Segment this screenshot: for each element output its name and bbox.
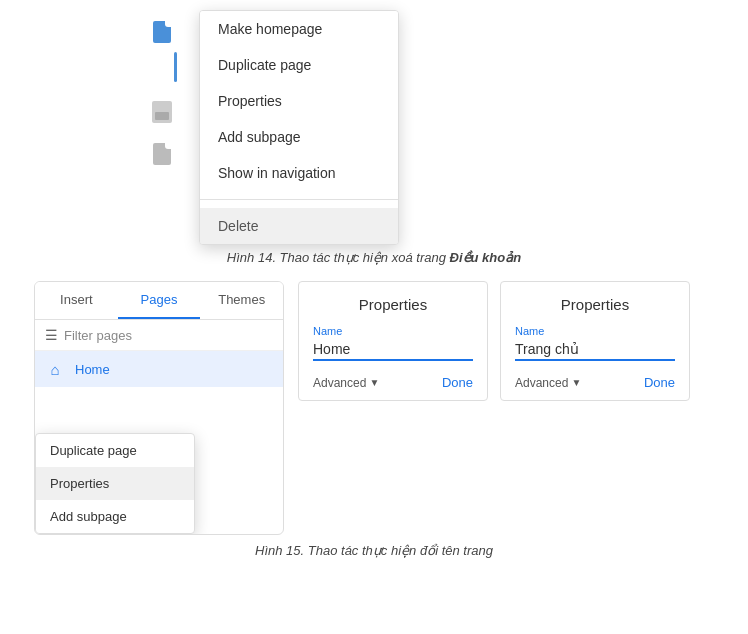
- chevron-down-icon-2: ▼: [571, 377, 581, 388]
- blue-line: [174, 52, 177, 82]
- props1-name-label: Name: [313, 325, 473, 337]
- figure2-caption: Hình 15. Thao tác thực hiện đổi tên tran…: [255, 543, 493, 558]
- sidebar-panel: Insert Pages Themes ☰ Filter pages ⌂ Hom…: [34, 281, 284, 535]
- tab-themes[interactable]: Themes: [200, 282, 283, 319]
- props1-advanced-label: Advanced: [313, 376, 366, 390]
- menu-item-add-subpage[interactable]: Add subpage: [200, 119, 398, 155]
- context-area: Make homepage Duplicate page Properties …: [144, 10, 604, 240]
- props1-done-button[interactable]: Done: [442, 375, 473, 390]
- props2-advanced-button[interactable]: Advanced ▼: [515, 376, 581, 390]
- properties-panel-2: Properties Name Advanced ▼ Done: [500, 281, 690, 401]
- context-menu2: Duplicate page Properties Add subpage: [35, 433, 195, 534]
- sidebar-icon-row-2: [144, 94, 180, 130]
- props1-name-input[interactable]: [313, 339, 473, 361]
- sidebar-icon-row-1: [144, 14, 180, 50]
- figure2: Insert Pages Themes ☰ Filter pages ⌂ Hom…: [20, 281, 728, 558]
- sidebar-page-home[interactable]: ⌂ Home: [35, 351, 283, 387]
- sidebar-icons: [144, 10, 180, 172]
- sidebar-tabs: Insert Pages Themes: [35, 282, 283, 320]
- figure1: Make homepage Duplicate page Properties …: [20, 10, 728, 265]
- tab-pages[interactable]: Pages: [118, 282, 201, 319]
- menu2-duplicate[interactable]: Duplicate page: [36, 434, 194, 467]
- menu2-add-subpage[interactable]: Add subpage: [36, 500, 194, 533]
- page-icon-img: [152, 101, 172, 123]
- props2-name-input[interactable]: [515, 339, 675, 361]
- page-icon-gray: [153, 143, 171, 165]
- props1-footer: Advanced ▼ Done: [313, 375, 473, 390]
- figure1-caption-bold: Điều khoản: [450, 250, 522, 265]
- menu-divider: [200, 199, 398, 200]
- filter-icon: ☰: [45, 327, 58, 343]
- properties-panels: Properties Name Advanced ▼ Done Properti…: [298, 281, 690, 401]
- props1-title: Properties: [313, 296, 473, 313]
- context-menu: Make homepage Duplicate page Properties …: [199, 10, 399, 245]
- properties-panel-1: Properties Name Advanced ▼ Done: [298, 281, 488, 401]
- figure1-caption: Hình 14. Thao tác thực hiện xoá trang Đi…: [227, 250, 521, 265]
- chevron-down-icon: ▼: [369, 377, 379, 388]
- menu-item-properties[interactable]: Properties: [200, 83, 398, 119]
- props2-done-button[interactable]: Done: [644, 375, 675, 390]
- sidebar-icon-row-3: [144, 136, 180, 172]
- menu-item-make-homepage[interactable]: Make homepage: [200, 11, 398, 47]
- props1-advanced-button[interactable]: Advanced ▼: [313, 376, 379, 390]
- filter-text: Filter pages: [64, 328, 132, 343]
- figure2-content: Insert Pages Themes ☰ Filter pages ⌂ Hom…: [34, 281, 714, 535]
- page-icon-blue: [153, 21, 171, 43]
- props2-advanced-label: Advanced: [515, 376, 568, 390]
- sidebar-home-label: Home: [75, 362, 110, 377]
- menu-item-duplicate[interactable]: Duplicate page: [200, 47, 398, 83]
- filter-row: ☰ Filter pages: [35, 320, 283, 351]
- props2-name-label: Name: [515, 325, 675, 337]
- props2-title: Properties: [515, 296, 675, 313]
- menu-item-show-navigation[interactable]: Show in navigation: [200, 155, 398, 191]
- tab-insert[interactable]: Insert: [35, 282, 118, 319]
- menu2-properties[interactable]: Properties: [36, 467, 194, 500]
- props2-footer: Advanced ▼ Done: [515, 375, 675, 390]
- home-icon: ⌂: [45, 359, 65, 379]
- menu-item-delete[interactable]: Delete: [200, 208, 398, 244]
